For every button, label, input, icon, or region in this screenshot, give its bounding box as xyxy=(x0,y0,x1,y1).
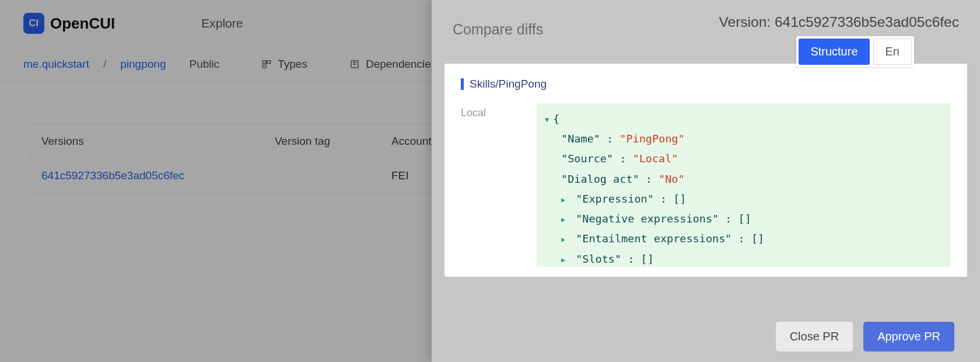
col-version-tag: Version tag xyxy=(275,135,391,148)
v-neg: [] xyxy=(738,213,751,225)
breadcrumb-org[interactable]: me.quickstart xyxy=(23,58,89,71)
diff-body: Local ▼{ "Name" : "PingPong" "Source" : … xyxy=(461,103,951,267)
code-line-source: "Source" : "Local" xyxy=(545,149,943,169)
chevron-right-icon[interactable]: ▶ xyxy=(561,253,567,266)
tab-types-label: Types xyxy=(278,58,307,71)
k-ent: "Entailment expressions" xyxy=(576,232,732,245)
code-line-expression: ▶ "Expression" : [] xyxy=(545,189,943,209)
k-source: "Source" xyxy=(561,152,613,165)
panel-version-value: 641c5927336b5e3ad05c6fec xyxy=(775,14,959,30)
chevron-down-icon[interactable]: ▼ xyxy=(545,113,551,126)
svg-rect-2 xyxy=(262,65,266,68)
diff-source-label: Local xyxy=(461,103,531,267)
logo-icon: CI xyxy=(23,13,44,34)
visibility-badge: Public xyxy=(189,58,219,71)
panel-version-label: Version: xyxy=(719,14,775,30)
k-dialog: "Dialog act" xyxy=(561,173,639,185)
tab-types[interactable]: Types xyxy=(261,58,307,71)
code-line-neg-expr: ▶ "Negative expressions" : [] xyxy=(545,209,943,229)
chevron-right-icon[interactable]: ▶ xyxy=(561,233,567,246)
panel-version: Version: 641c5927336b5e3ad05c6fec xyxy=(719,14,959,30)
code-line-open: ▼{ xyxy=(545,109,943,129)
v-name: "PingPong" xyxy=(620,133,684,145)
diff-card: Skills/PingPong Local ▼{ "Name" : "PingP… xyxy=(444,64,967,277)
brand-name: OpenCUI xyxy=(50,15,115,33)
k-expr: "Expression" xyxy=(576,193,654,205)
k-name: "Name" xyxy=(561,133,600,145)
close-pr-button[interactable]: Close PR xyxy=(776,322,853,351)
panel-header: Version: 641c5927336b5e3ad05c6fec Compar… xyxy=(432,0,980,45)
v-slots: [] xyxy=(641,253,654,265)
code-line-ent-expr: ▶ "Entailment expressions" : [] xyxy=(545,229,943,249)
col-versions: Versions xyxy=(41,135,275,148)
k-slots: "Slots" xyxy=(576,253,621,265)
nav-explore[interactable]: Explore xyxy=(201,16,243,30)
brand-block[interactable]: CI OpenCUI xyxy=(23,13,115,34)
v-source: "Local" xyxy=(633,152,678,165)
tab-structure[interactable]: Structure xyxy=(799,39,869,65)
breadcrumb-sep: / xyxy=(103,58,106,71)
chevron-right-icon[interactable]: ▶ xyxy=(561,193,567,206)
code-line-name: "Name" : "PingPong" xyxy=(545,129,943,149)
dependencies-icon xyxy=(349,59,360,69)
tab-dependencies-label: Dependencies xyxy=(366,58,436,71)
tab-en[interactable]: En xyxy=(873,39,912,65)
accent-bar-icon xyxy=(461,78,464,90)
svg-rect-1 xyxy=(267,61,271,64)
svg-rect-0 xyxy=(262,61,266,64)
chevron-right-icon[interactable]: ▶ xyxy=(561,213,567,226)
panel-footer: Close PR Approve PR xyxy=(776,322,954,351)
skill-path-text: Skills/PingPong xyxy=(470,78,547,90)
view-toggle: Structure En xyxy=(796,36,914,67)
code-line-dialog-act: "Dialog act" : "No" xyxy=(545,169,943,189)
breadcrumb-project[interactable]: pingpong xyxy=(120,58,166,71)
types-icon xyxy=(261,59,272,69)
k-neg: "Negative expressions" xyxy=(576,213,719,225)
brace-open: { xyxy=(553,113,559,125)
v-dialog: "No" xyxy=(659,173,685,185)
diff-skill-path: Skills/PingPong xyxy=(461,78,951,90)
version-id-link[interactable]: 641c5927336b5e3ad05c6fec xyxy=(41,169,275,182)
tab-dependencies[interactable]: Dependencies xyxy=(349,58,436,71)
v-expr: [] xyxy=(673,193,686,205)
v-ent: [] xyxy=(751,232,764,245)
code-box[interactable]: ▼{ "Name" : "PingPong" "Source" : "Local… xyxy=(537,103,951,267)
code-line-slots: ▶ "Slots" : [] xyxy=(545,249,943,267)
approve-pr-button[interactable]: Approve PR xyxy=(863,322,954,351)
compare-diffs-panel: Version: 641c5927336b5e3ad05c6fec Compar… xyxy=(432,0,980,362)
